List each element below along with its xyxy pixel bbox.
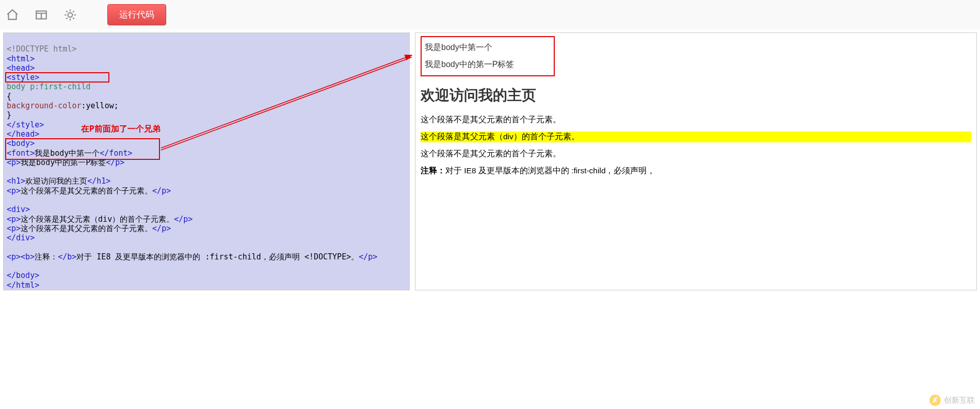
code-line: <p>这个段落是其父元素（div）的首个子元素。</p>: [7, 215, 192, 224]
result-paragraph: 这个段落不是其父元素的首个子元素。: [421, 149, 971, 159]
code-line: <p><b>注释：</b>对于 IE8 及更早版本的浏览器中的 :first-c…: [7, 252, 377, 261]
home-icon[interactable]: [5, 8, 20, 22]
code-line: background-color:yellow;: [7, 101, 119, 110]
editor-panes: <!DOCTYPE html> <html> <head> <style> bo…: [0, 29, 980, 293]
result-text: 我是body中的第一P标签: [425, 59, 551, 70]
run-code-button[interactable]: 运行代码: [107, 4, 166, 25]
code-selector: body p:first-child: [7, 82, 91, 91]
result-preview: 我是body中第一个 我是body中的第一P标签 欢迎访问我的主页 这个段落不是…: [415, 32, 977, 290]
panels-icon[interactable]: [34, 8, 49, 22]
svg-point-1: [68, 12, 73, 17]
code-line: <font>我是body中第一个</font>: [7, 149, 133, 158]
result-note-bold: 注释：: [421, 166, 445, 175]
code-line: <body>: [7, 139, 35, 148]
code-line: </head>: [7, 129, 39, 139]
result-text: 我是body中第一个: [425, 42, 551, 53]
code-line: <p>这个段落不是其父元素的首个子元素。</p>: [7, 224, 171, 233]
code-line: </html>: [7, 281, 39, 290]
code-editor[interactable]: <!DOCTYPE html> <html> <head> <style> bo…: [3, 32, 410, 290]
code-line: </div>: [7, 233, 35, 242]
result-paragraph-highlighted: 这个段落是其父元素（div）的首个子元素。: [421, 132, 971, 142]
code-line: <div>: [7, 205, 30, 214]
code-line: </style>: [7, 120, 44, 129]
code-line: <head>: [7, 63, 35, 73]
result-heading: 欢迎访问我的主页: [421, 86, 971, 105]
code-line: {: [7, 92, 11, 101]
code-line: }: [7, 110, 11, 120]
result-note: 注释：对于 IE8 及更早版本的浏览器中的 :first-child，必须声明 …: [421, 166, 971, 176]
toolbar: 运行代码: [0, 0, 980, 29]
sun-icon[interactable]: [63, 8, 77, 22]
code-line: <html>: [7, 54, 35, 63]
code-line: <p>我是body中的第一P标签</p>: [7, 158, 124, 167]
code-line: <p>这个段落不是其父元素的首个子元素。</p>: [7, 186, 171, 195]
annotation-box-output: 我是body中第一个 我是body中的第一P标签: [421, 36, 555, 76]
annotation-label-sibling: 在P前面加了一个兄弟: [81, 124, 160, 134]
code-line: <style>: [7, 73, 39, 82]
code-line: </body>: [7, 271, 39, 280]
code-line: <h1>欢迎访问我的主页</h1>: [7, 176, 110, 186]
code-line: <!DOCTYPE html>: [7, 44, 76, 54]
result-paragraph: 这个段落不是其父元素的首个子元素。: [421, 114, 971, 125]
result-note-tail: 对于 IE8 及更早版本的浏览器中的 :first-child，必须声明 。: [445, 166, 657, 175]
